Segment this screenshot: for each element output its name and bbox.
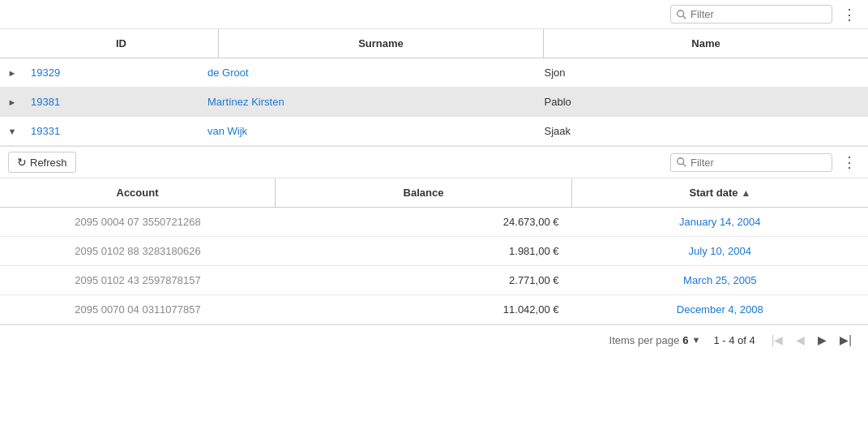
bottom-filter-wrap bbox=[670, 153, 832, 172]
next-page-button[interactable]: ▶ bbox=[815, 332, 830, 348]
items-per-page: Items per page 6 ▼ bbox=[609, 334, 701, 346]
top-more-button[interactable]: ⋮ bbox=[839, 6, 860, 24]
data-balance-3: 2.771,00 € bbox=[276, 266, 572, 294]
top-filter-wrap bbox=[670, 5, 832, 24]
data-row[interactable]: 2095 0070 04 0311077857 11.042,00 € Dece… bbox=[0, 295, 868, 324]
data-startdate-2: July 10, 2004 bbox=[572, 237, 869, 265]
main-container: ⋮ ID Surname Name ► 19329 de Groot Sjon … bbox=[0, 0, 868, 354]
sort-asc-icon: ▲ bbox=[742, 187, 751, 199]
data-balance-1: 24.673,00 € bbox=[276, 208, 572, 236]
items-per-page-label: Items per page bbox=[609, 334, 680, 346]
bottom-table-body: 2095 0004 07 3550721268 24.673,00 € Janu… bbox=[0, 208, 868, 324]
data-startdate-4: December 4, 2008 bbox=[572, 295, 869, 324]
bottom-more-button[interactable]: ⋮ bbox=[839, 153, 860, 171]
col-balance-header: Balance bbox=[276, 178, 572, 207]
row-id-2: 19381 bbox=[24, 88, 195, 116]
col-account-header: Account bbox=[0, 178, 276, 207]
top-search-icon bbox=[676, 9, 687, 20]
svg-point-0 bbox=[678, 10, 684, 16]
pagination: Items per page 6 ▼ 1 - 4 of 4 |◀ ◀ ▶ ▶| bbox=[0, 324, 868, 354]
data-account-3: 2095 0102 43 2597878157 bbox=[0, 266, 276, 294]
data-row[interactable]: 2095 0102 88 3283180626 1.981,00 € July … bbox=[0, 237, 868, 266]
table-row[interactable]: ► 19329 de Groot Sjon bbox=[0, 58, 868, 88]
col-startdate-label: Start date bbox=[690, 187, 738, 199]
refresh-icon: ↻ bbox=[17, 156, 27, 169]
refresh-label: Refresh bbox=[30, 157, 67, 169]
data-account-4: 2095 0070 04 0311077857 bbox=[0, 295, 276, 324]
top-table-header: ID Surname Name bbox=[0, 29, 868, 58]
refresh-button[interactable]: ↻ Refresh bbox=[8, 152, 76, 173]
svg-line-1 bbox=[683, 15, 686, 19]
data-startdate-3: March 25, 2005 bbox=[572, 266, 869, 294]
row-surname-3: van Wijk bbox=[195, 117, 532, 145]
page-info: 1 - 4 of 4 bbox=[713, 334, 755, 346]
bottom-search-icon bbox=[676, 157, 687, 168]
row-surname-2: Martínez Kirsten bbox=[195, 88, 532, 116]
row-name-1: Sjon bbox=[532, 58, 869, 87]
col-id-header: ID bbox=[24, 29, 219, 58]
data-row[interactable]: 2095 0004 07 3550721268 24.673,00 € Janu… bbox=[0, 208, 868, 237]
row-name-3: Sjaak bbox=[532, 117, 869, 145]
data-account-1: 2095 0004 07 3550721268 bbox=[0, 208, 276, 236]
top-section: ⋮ ID Surname Name ► 19329 de Groot Sjon … bbox=[0, 0, 868, 147]
data-balance-2: 1.981,00 € bbox=[276, 237, 572, 265]
table-row[interactable]: ▼ 19331 van Wijk Sjaak bbox=[0, 117, 868, 146]
bottom-toolbar: ↻ Refresh ⋮ bbox=[0, 147, 868, 178]
row-id-1: 19329 bbox=[24, 58, 195, 87]
top-toolbar: ⋮ bbox=[0, 0, 868, 29]
top-table-body: ► 19329 de Groot Sjon ► 19381 Martínez K… bbox=[0, 58, 868, 146]
row-surname-1: de Groot bbox=[195, 58, 532, 87]
expand-btn-1[interactable]: ► bbox=[0, 68, 24, 78]
data-balance-4: 11.042,00 € bbox=[276, 295, 572, 324]
data-row[interactable]: 2095 0102 43 2597878157 2.771,00 € March… bbox=[0, 266, 868, 295]
svg-line-3 bbox=[683, 164, 686, 167]
row-name-2: Pablo bbox=[532, 88, 869, 116]
last-page-button[interactable]: ▶| bbox=[836, 332, 855, 348]
items-per-page-dropdown[interactable]: ▼ bbox=[692, 335, 701, 345]
first-page-button[interactable]: |◀ bbox=[768, 332, 787, 348]
col-name-header: Name bbox=[544, 29, 868, 58]
bottom-section: ↻ Refresh ⋮ Account Balance Start date ▲ bbox=[0, 147, 868, 354]
bottom-table-header: Account Balance Start date ▲ bbox=[0, 178, 868, 208]
data-startdate-1: January 14, 2004 bbox=[572, 208, 869, 236]
items-per-page-value: 6 bbox=[682, 334, 688, 346]
data-account-2: 2095 0102 88 3283180626 bbox=[0, 237, 276, 265]
expand-btn-3[interactable]: ▼ bbox=[0, 127, 24, 136]
col-surname-header: Surname bbox=[219, 29, 544, 58]
table-row[interactable]: ► 19381 Martínez Kirsten Pablo bbox=[0, 88, 868, 117]
prev-page-button[interactable]: ◀ bbox=[793, 332, 808, 348]
row-id-3: 19331 bbox=[24, 117, 195, 145]
col-startdate-header[interactable]: Start date ▲ bbox=[572, 178, 868, 207]
bottom-filter-input[interactable] bbox=[691, 157, 827, 169]
top-filter-input[interactable] bbox=[691, 8, 827, 20]
expand-btn-2[interactable]: ► bbox=[0, 97, 24, 107]
svg-point-2 bbox=[678, 158, 684, 165]
